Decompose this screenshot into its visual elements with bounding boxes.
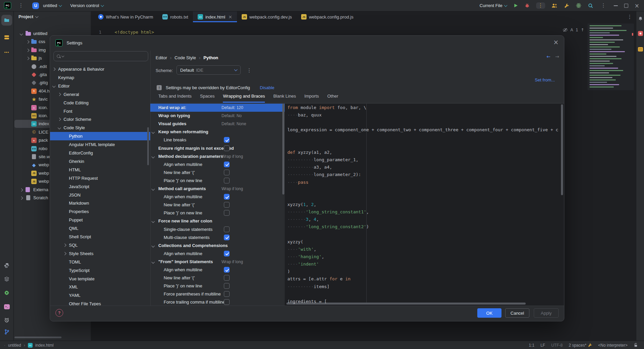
window-close-button[interactable]: × bbox=[635, 3, 639, 8]
option-row[interactable]: "From" Import StatementsWrap if long bbox=[150, 258, 285, 266]
option-row[interactable]: New line after '(' bbox=[150, 201, 285, 209]
checkbox[interactable] bbox=[224, 291, 230, 297]
checkbox[interactable] bbox=[224, 299, 230, 305]
ok-button[interactable]: OK bbox=[477, 308, 501, 318]
run-configuration-selector[interactable]: Current File bbox=[480, 3, 507, 8]
tools-icon[interactable] bbox=[564, 3, 569, 8]
checkbox[interactable] bbox=[224, 162, 230, 167]
commit-tool-icon[interactable] bbox=[4, 34, 10, 40]
close-tab-icon[interactable]: × bbox=[228, 14, 232, 20]
options-scrollbar[interactable] bbox=[282, 104, 284, 195]
checkbox[interactable] bbox=[224, 267, 230, 273]
checkbox[interactable] bbox=[224, 235, 230, 240]
option-row[interactable]: Align when multiline bbox=[150, 193, 285, 201]
chevron-down-icon[interactable] bbox=[58, 126, 61, 130]
chevron-right-icon[interactable] bbox=[63, 252, 67, 255]
option-row[interactable]: Method call argumentsWrap if long bbox=[150, 185, 285, 193]
breadcrumb-item[interactable]: Code Style bbox=[174, 55, 196, 60]
forward-arrow-icon[interactable]: → bbox=[555, 54, 559, 59]
settings-tree-item[interactable]: JSON bbox=[50, 191, 150, 199]
checkbox[interactable] bbox=[224, 275, 230, 281]
services-gear-icon[interactable] bbox=[4, 290, 10, 296]
chevron-right-icon[interactable] bbox=[20, 197, 23, 200]
more-tool-windows-icon[interactable]: ••• bbox=[4, 49, 10, 55]
tab-other[interactable]: Other bbox=[327, 94, 338, 103]
chevron-right-icon[interactable] bbox=[63, 243, 67, 247]
chevron-down-icon[interactable] bbox=[152, 155, 155, 158]
settings-tree-item[interactable]: Font bbox=[50, 107, 150, 115]
breadcrumb-item[interactable]: Editor bbox=[156, 55, 167, 60]
settings-tree-item[interactable]: Color Scheme bbox=[50, 115, 150, 124]
settings-search-box[interactable] bbox=[53, 51, 148, 61]
tab-wrapping-and-braces[interactable]: Wrapping and Braces bbox=[223, 94, 265, 103]
tab-spaces[interactable]: Spaces bbox=[200, 94, 214, 103]
project-tool-icon[interactable] bbox=[4, 17, 10, 23]
dialog-close-icon[interactable]: × bbox=[553, 38, 559, 46]
chevron-down-icon[interactable] bbox=[20, 32, 23, 36]
option-row[interactable]: Keep when reformatting bbox=[150, 128, 285, 136]
option-row[interactable]: Visual guidesDefault: None bbox=[150, 120, 285, 128]
previous-problem-icon[interactable]: ↑ bbox=[581, 28, 584, 32]
git-branch-icon[interactable] bbox=[4, 329, 10, 335]
file-encoding[interactable]: UTF-8 bbox=[551, 343, 563, 348]
checkbox[interactable] bbox=[224, 178, 230, 183]
option-row[interactable]: Line breaks bbox=[150, 136, 285, 144]
cancel-button[interactable]: Cancel bbox=[505, 308, 529, 318]
disable-link[interactable]: Disable bbox=[260, 85, 274, 90]
inspection-widget[interactable]: A 1 ↑ ↓ bbox=[563, 28, 590, 32]
status-breadcrumb-file[interactable]: index.html bbox=[35, 343, 54, 348]
settings-tree-item[interactable]: Shell Script bbox=[50, 233, 150, 241]
settings-tree-item[interactable]: SQL bbox=[50, 241, 150, 249]
settings-tree-scrollbar[interactable] bbox=[147, 127, 149, 165]
option-row[interactable]: Align when multiline bbox=[150, 266, 285, 274]
vcs-widget[interactable]: Version control bbox=[70, 3, 104, 8]
chevron-right-icon[interactable] bbox=[58, 118, 61, 121]
python-packages-icon[interactable] bbox=[4, 276, 10, 282]
chevron-down-icon[interactable] bbox=[152, 187, 155, 191]
settings-tree-item[interactable]: XML bbox=[50, 283, 150, 291]
more-run-options-icon[interactable]: ⋮ bbox=[536, 2, 545, 9]
settings-tree-item[interactable]: Angular HTML template bbox=[50, 140, 150, 149]
settings-tree-item[interactable]: EditorConfig bbox=[50, 149, 150, 157]
option-row[interactable]: Multi-clause statements bbox=[150, 234, 285, 242]
settings-tree-item[interactable]: Editor bbox=[50, 82, 150, 90]
checkbox[interactable] bbox=[224, 194, 230, 200]
chevron-right-icon[interactable] bbox=[52, 68, 56, 71]
checkbox[interactable] bbox=[224, 170, 230, 175]
status-breadcrumb-project[interactable]: untitled bbox=[8, 343, 21, 348]
checkbox[interactable] bbox=[224, 283, 230, 289]
option-row[interactable]: Method declaration parametersWrap if lon… bbox=[150, 152, 285, 161]
settings-tree-item[interactable]: QML bbox=[50, 224, 150, 233]
tab-blank-lines[interactable]: Blank Lines bbox=[273, 94, 296, 103]
settings-tree-item[interactable]: Gherkin bbox=[50, 157, 150, 166]
settings-tree-item[interactable]: TOML bbox=[50, 258, 150, 266]
checkbox[interactable] bbox=[224, 226, 230, 232]
chevron-down-icon[interactable] bbox=[152, 220, 155, 223]
line-separator[interactable]: LF bbox=[540, 343, 545, 348]
settings-tree-item[interactable]: Code Style bbox=[50, 124, 150, 132]
problems-alarm-icon[interactable] bbox=[4, 317, 10, 323]
chevron-down-icon[interactable] bbox=[152, 260, 155, 264]
chevron-right-icon[interactable] bbox=[20, 188, 23, 191]
main-menu-icon[interactable]: ⋮ bbox=[17, 2, 25, 9]
more-icon[interactable]: ⋮ bbox=[600, 2, 607, 9]
debug-button[interactable] bbox=[525, 3, 530, 8]
settings-tree-item[interactable]: Code Editing bbox=[50, 99, 150, 107]
settings-tree-item[interactable]: Puppet bbox=[50, 216, 150, 224]
back-arrow-icon[interactable]: ← bbox=[547, 54, 551, 59]
window-maximize-button[interactable] bbox=[624, 4, 628, 8]
settings-search-input[interactable] bbox=[66, 54, 134, 59]
option-row[interactable]: Ensure right margin is not exceeded bbox=[150, 144, 285, 152]
checkbox[interactable] bbox=[224, 210, 230, 216]
apply-button[interactable]: Apply bbox=[534, 308, 559, 318]
scheme-actions-icon[interactable]: ⋮ bbox=[247, 67, 252, 73]
tool-window-icon-red[interactable] bbox=[637, 30, 643, 36]
editor-minimap[interactable] bbox=[588, 24, 634, 90]
settings-tree-item[interactable]: Properties bbox=[50, 207, 150, 216]
unlocked-icon[interactable] bbox=[634, 343, 638, 348]
settings-tree-item[interactable]: JavaScript bbox=[50, 182, 150, 191]
settings-tree-item[interactable]: TypeScript bbox=[50, 266, 150, 275]
option-row[interactable]: Wrap on typingDefault: No bbox=[150, 112, 285, 120]
chevron-right-icon[interactable] bbox=[26, 48, 30, 52]
chevron-down-icon[interactable] bbox=[152, 244, 155, 247]
